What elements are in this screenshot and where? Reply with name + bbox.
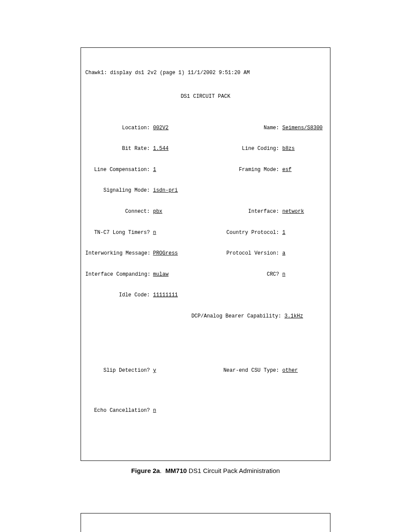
linecomp-label: Line Compensation: — [85, 166, 150, 173]
tnc7-value: n — [153, 230, 156, 236]
framing-label: Framing Mode: — [210, 166, 279, 173]
protver-value: a — [282, 250, 285, 256]
location-value: 002V2 — [153, 125, 168, 131]
protver-label: Protocol Version: — [210, 250, 279, 257]
interface-value: network — [282, 208, 304, 215]
bitrate-value: 1.544 — [153, 146, 168, 152]
linecoding-label: Line Coding: — [210, 145, 279, 152]
terminal-output-page2: Chawk1: display ds1 2v2 (page 2) 11/1/20… — [81, 513, 330, 532]
connect-value: pbx — [153, 208, 162, 215]
terminal-title-1: DS1 CIRCUIT PACK — [85, 93, 326, 100]
figure-2a-rest: DS1 Circuit Pack Administration — [187, 467, 280, 474]
country-label: Country Protocol: — [210, 229, 279, 236]
terminal-header-1: Chawk1: display ds1 2v2 (page 1) 11/1/20… — [85, 69, 326, 76]
echo-label: Echo Cancellation? — [85, 407, 150, 414]
framing-value: esf — [282, 167, 292, 173]
bitrate-label: Bit Rate: — [85, 145, 150, 152]
ifcomp-label: Interface Companding: — [85, 271, 150, 278]
slip-value: y — [153, 367, 156, 373]
nearend-value: other — [282, 367, 298, 373]
sigmode-label: Signaling Mode: — [85, 187, 150, 194]
idle-value: 11111111 — [153, 292, 178, 298]
location-label: Location: — [85, 124, 150, 131]
sigmode-value: isdn-pri — [153, 187, 178, 193]
figure-2a-bold: MM710 — [165, 467, 187, 474]
ifcomp-value: mulaw — [153, 271, 168, 277]
intermsg-label: Interworking Message: — [85, 250, 150, 257]
interface-label: Interface: — [210, 208, 279, 215]
figure-2a-number: Figure 2a — [131, 467, 160, 474]
slip-label: Slip Detection? — [85, 367, 150, 374]
dcp-label: DCP/Analog Bearer Capability: — [85, 313, 281, 320]
dcp-value: 3.1kHz — [284, 313, 303, 319]
figure-2a-caption: Figure 2a. MM710 DS1 Circuit Pack Admini… — [39, 467, 372, 474]
nearend-label: Near-end CSU Type: — [210, 367, 279, 374]
connect-label: Connect: — [85, 208, 150, 215]
linecomp-value: 1 — [153, 167, 156, 173]
crc-value: n — [282, 271, 285, 277]
name-value: Seimens/S8300 — [282, 125, 323, 131]
crc-label: CRC? — [210, 271, 279, 278]
country-value: 1 — [282, 230, 285, 236]
idle-label: Idle Code: — [85, 292, 150, 299]
tnc7-label: TN-C7 Long Timers? — [85, 229, 150, 236]
document-page: Chawk1: display ds1 2v2 (page 1) 11/1/20… — [0, 0, 411, 532]
echo-value: n — [153, 408, 156, 414]
intermsg-value: PROGress — [153, 250, 178, 256]
name-label: Name: — [210, 124, 279, 131]
linecoding-value: b8zs — [282, 146, 295, 152]
terminal-output-page1: Chawk1: display ds1 2v2 (page 1) 11/1/20… — [81, 47, 330, 461]
